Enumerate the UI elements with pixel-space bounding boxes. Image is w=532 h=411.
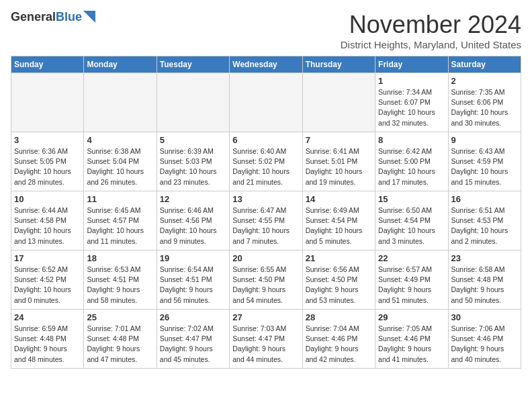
month-title: November 2024 — [341, 11, 521, 39]
calendar-day-cell: 28Sunrise: 7:04 AM Sunset: 4:46 PM Dayli… — [302, 310, 375, 369]
day-info: Sunrise: 7:03 AM Sunset: 4:47 PM Dayligh… — [232, 324, 299, 365]
day-info: Sunrise: 6:46 AM Sunset: 4:56 PM Dayligh… — [160, 205, 226, 246]
calendar-day-cell: 12Sunrise: 6:46 AM Sunset: 4:56 PM Dayli… — [157, 191, 229, 250]
day-info: Sunrise: 6:53 AM Sunset: 4:51 PM Dayligh… — [87, 265, 153, 306]
day-info: Sunrise: 7:35 AM Sunset: 6:06 PM Dayligh… — [451, 87, 518, 128]
day-number: 6 — [232, 135, 299, 145]
svg-marker-0 — [83, 11, 95, 23]
day-info: Sunrise: 7:01 AM Sunset: 4:48 PM Dayligh… — [87, 324, 153, 365]
day-info: Sunrise: 6:59 AM Sunset: 4:48 PM Dayligh… — [14, 324, 81, 365]
day-info: Sunrise: 7:06 AM Sunset: 4:46 PM Dayligh… — [451, 324, 518, 365]
calendar-day-cell: 19Sunrise: 6:54 AM Sunset: 4:51 PM Dayli… — [157, 250, 229, 310]
calendar-day-cell: 11Sunrise: 6:45 AM Sunset: 4:57 PM Dayli… — [84, 191, 157, 250]
day-number: 21 — [306, 253, 372, 263]
day-info: Sunrise: 6:41 AM Sunset: 5:01 PM Dayligh… — [306, 146, 372, 187]
day-number: 14 — [306, 194, 372, 204]
day-number: 8 — [378, 135, 445, 145]
title-section: November 2024 District Heights, Maryland… — [341, 11, 521, 50]
calendar-day-cell: 22Sunrise: 6:57 AM Sunset: 4:49 PM Dayli… — [375, 250, 448, 310]
day-number: 29 — [378, 312, 445, 322]
weekday-header: Monday — [84, 56, 157, 73]
logo: GeneralBlue — [11, 11, 95, 24]
day-number: 9 — [451, 135, 518, 145]
calendar-day-cell: 27Sunrise: 7:03 AM Sunset: 4:47 PM Dayli… — [230, 310, 302, 369]
calendar-day-cell: 5Sunrise: 6:39 AM Sunset: 5:03 PM Daylig… — [157, 132, 229, 191]
day-info: Sunrise: 6:38 AM Sunset: 5:04 PM Dayligh… — [87, 146, 153, 187]
day-number: 16 — [451, 194, 518, 204]
day-number: 22 — [378, 253, 445, 263]
logo-text: GeneralBlue — [11, 11, 82, 24]
calendar-day-cell: 29Sunrise: 7:05 AM Sunset: 4:46 PM Dayli… — [375, 310, 448, 369]
day-info: Sunrise: 6:43 AM Sunset: 4:59 PM Dayligh… — [451, 146, 518, 187]
day-number: 17 — [14, 253, 81, 263]
day-info: Sunrise: 6:45 AM Sunset: 4:57 PM Dayligh… — [87, 205, 153, 246]
calendar-day-cell — [11, 73, 84, 132]
day-info: Sunrise: 6:50 AM Sunset: 4:54 PM Dayligh… — [378, 205, 445, 246]
day-number: 28 — [306, 312, 372, 322]
calendar-day-cell: 21Sunrise: 6:56 AM Sunset: 4:50 PM Dayli… — [302, 250, 375, 310]
weekday-header: Wednesday — [230, 56, 302, 73]
location: District Heights, Maryland, United State… — [341, 39, 521, 50]
calendar-day-cell — [302, 73, 375, 132]
day-info: Sunrise: 6:44 AM Sunset: 4:58 PM Dayligh… — [14, 205, 81, 246]
calendar-day-cell — [230, 73, 302, 132]
day-info: Sunrise: 7:04 AM Sunset: 4:46 PM Dayligh… — [306, 324, 372, 365]
day-info: Sunrise: 6:47 AM Sunset: 4:55 PM Dayligh… — [232, 205, 299, 246]
calendar-day-cell — [84, 73, 157, 132]
day-info: Sunrise: 6:40 AM Sunset: 5:02 PM Dayligh… — [232, 146, 299, 187]
calendar-day-cell: 13Sunrise: 6:47 AM Sunset: 4:55 PM Dayli… — [230, 191, 302, 250]
calendar-day-cell: 1Sunrise: 7:34 AM Sunset: 6:07 PM Daylig… — [375, 73, 448, 132]
day-number: 23 — [451, 253, 518, 263]
day-number: 25 — [87, 312, 153, 322]
calendar-day-cell: 3Sunrise: 6:36 AM Sunset: 5:05 PM Daylig… — [11, 132, 84, 191]
calendar-day-cell: 23Sunrise: 6:58 AM Sunset: 4:48 PM Dayli… — [448, 250, 521, 310]
calendar-day-cell: 17Sunrise: 6:52 AM Sunset: 4:52 PM Dayli… — [11, 250, 84, 310]
day-number: 5 — [160, 135, 226, 145]
calendar-header-row: SundayMondayTuesdayWednesdayThursdayFrid… — [11, 56, 521, 73]
calendar-day-cell: 15Sunrise: 6:50 AM Sunset: 4:54 PM Dayli… — [375, 191, 448, 250]
calendar-week-row: 3Sunrise: 6:36 AM Sunset: 5:05 PM Daylig… — [11, 132, 521, 191]
calendar-day-cell: 7Sunrise: 6:41 AM Sunset: 5:01 PM Daylig… — [302, 132, 375, 191]
day-number: 24 — [14, 312, 81, 322]
calendar-day-cell: 6Sunrise: 6:40 AM Sunset: 5:02 PM Daylig… — [230, 132, 302, 191]
day-info: Sunrise: 6:52 AM Sunset: 4:52 PM Dayligh… — [14, 265, 81, 306]
calendar-table: SundayMondayTuesdayWednesdayThursdayFrid… — [11, 56, 521, 369]
page-header: GeneralBlue November 2024 District Heigh… — [11, 11, 521, 50]
day-number: 1 — [378, 76, 445, 86]
day-info: Sunrise: 7:02 AM Sunset: 4:47 PM Dayligh… — [160, 324, 226, 365]
calendar-day-cell: 10Sunrise: 6:44 AM Sunset: 4:58 PM Dayli… — [11, 191, 84, 250]
calendar-week-row: 17Sunrise: 6:52 AM Sunset: 4:52 PM Dayli… — [11, 250, 521, 310]
weekday-header: Sunday — [11, 56, 84, 73]
day-info: Sunrise: 6:51 AM Sunset: 4:53 PM Dayligh… — [451, 205, 518, 246]
day-number: 2 — [451, 76, 518, 86]
day-number: 26 — [160, 312, 226, 322]
day-info: Sunrise: 6:49 AM Sunset: 4:54 PM Dayligh… — [306, 205, 372, 246]
logo-icon — [83, 11, 95, 23]
day-number: 10 — [14, 194, 81, 204]
calendar-day-cell: 25Sunrise: 7:01 AM Sunset: 4:48 PM Dayli… — [84, 310, 157, 369]
day-info: Sunrise: 6:57 AM Sunset: 4:49 PM Dayligh… — [378, 265, 445, 306]
weekday-header: Thursday — [302, 56, 375, 73]
day-number: 13 — [232, 194, 299, 204]
calendar-day-cell: 14Sunrise: 6:49 AM Sunset: 4:54 PM Dayli… — [302, 191, 375, 250]
weekday-header: Saturday — [448, 56, 521, 73]
calendar-day-cell: 9Sunrise: 6:43 AM Sunset: 4:59 PM Daylig… — [448, 132, 521, 191]
day-info: Sunrise: 6:54 AM Sunset: 4:51 PM Dayligh… — [160, 265, 226, 306]
day-number: 19 — [160, 253, 226, 263]
calendar-day-cell — [157, 73, 229, 132]
calendar-week-row: 10Sunrise: 6:44 AM Sunset: 4:58 PM Dayli… — [11, 191, 521, 250]
day-info: Sunrise: 7:05 AM Sunset: 4:46 PM Dayligh… — [378, 324, 445, 365]
calendar-day-cell: 4Sunrise: 6:38 AM Sunset: 5:04 PM Daylig… — [84, 132, 157, 191]
weekday-header: Tuesday — [157, 56, 229, 73]
day-info: Sunrise: 6:42 AM Sunset: 5:00 PM Dayligh… — [378, 146, 445, 187]
calendar-body: 1Sunrise: 7:34 AM Sunset: 6:07 PM Daylig… — [11, 73, 521, 369]
calendar-day-cell: 30Sunrise: 7:06 AM Sunset: 4:46 PM Dayli… — [448, 310, 521, 369]
calendar-day-cell: 18Sunrise: 6:53 AM Sunset: 4:51 PM Dayli… — [84, 250, 157, 310]
calendar-day-cell: 2Sunrise: 7:35 AM Sunset: 6:06 PM Daylig… — [448, 73, 521, 132]
day-number: 27 — [232, 312, 299, 322]
day-info: Sunrise: 6:58 AM Sunset: 4:48 PM Dayligh… — [451, 265, 518, 306]
day-number: 3 — [14, 135, 81, 145]
day-info: Sunrise: 6:55 AM Sunset: 4:50 PM Dayligh… — [232, 265, 299, 306]
calendar-day-cell: 8Sunrise: 6:42 AM Sunset: 5:00 PM Daylig… — [375, 132, 448, 191]
day-number: 18 — [87, 253, 153, 263]
